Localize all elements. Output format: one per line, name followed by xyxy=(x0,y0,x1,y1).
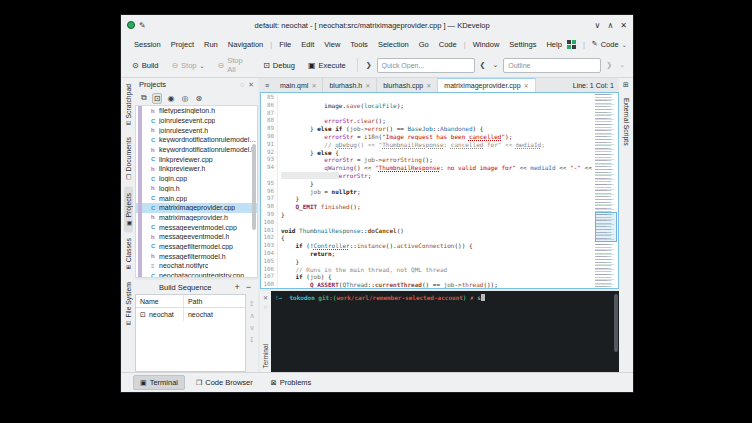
tab-blurhash-cpp[interactable]: blurhash.cpp✕ xyxy=(377,78,438,92)
tree-item-linkpreviewer-h[interactable]: hlinkpreviewer.h xyxy=(136,164,257,174)
tab-close-icon[interactable]: ✕ xyxy=(426,82,431,89)
minimap-viewport[interactable] xyxy=(595,212,617,242)
menu-project[interactable]: Project xyxy=(166,38,199,51)
move-top-button[interactable]: ↥ xyxy=(249,300,255,308)
tree-item-filetypesingleton-h[interactable]: hfiletypesingleton.h xyxy=(136,106,257,116)
outline-input[interactable] xyxy=(503,58,601,73)
panel-detach-icon[interactable]: ◌ xyxy=(240,81,244,88)
move-bottom-button[interactable]: ↧ xyxy=(249,336,255,344)
line-number: 86 xyxy=(261,102,278,110)
execute-button[interactable]: ▣Execute xyxy=(303,58,351,73)
tab-close-icon[interactable]: ✕ xyxy=(311,82,316,89)
sidebar-tab-external-scripts[interactable]: External Scripts xyxy=(622,92,631,152)
stop-all-button[interactable]: ⊖Stop All xyxy=(213,53,256,77)
tree-item-joinrulesevent-h[interactable]: hjoinrulesevent.h xyxy=(136,125,257,135)
menu-session[interactable]: Session xyxy=(129,38,166,51)
terminal-scrollbar[interactable] xyxy=(614,294,618,352)
menu-view[interactable]: View xyxy=(319,38,345,51)
statusbar-toggle-code-browser[interactable]: ❐Code Browser xyxy=(189,375,260,390)
sidebar-tab-classes[interactable]: ⊞Classes xyxy=(124,232,133,275)
move-up-button[interactable]: ∧ xyxy=(249,312,254,320)
tree-item-main-cpp[interactable]: Cmain.cpp xyxy=(136,193,257,203)
line-number: 88 xyxy=(261,117,278,125)
vcs-actions-icon[interactable]: ⧉ xyxy=(139,92,149,104)
tree-item-messageeventmodel-h[interactable]: hmessageeventmodel.h xyxy=(136,232,257,242)
history-forward-icon[interactable]: ❯ xyxy=(604,61,614,69)
code-editor[interactable]: 8586 image.save(localFile);8788 errorStr… xyxy=(260,92,619,289)
remove-build-item-button[interactable]: − xyxy=(243,282,254,292)
menu-edit[interactable]: Edit xyxy=(296,38,319,51)
menu-settings[interactable]: Settings xyxy=(504,38,541,51)
quick-open-input[interactable] xyxy=(377,58,475,73)
menu-selection[interactable]: Selection xyxy=(373,38,414,51)
terminal-settings-icon[interactable]: ◌ xyxy=(264,304,268,310)
build-sequence-row[interactable]: ⊡neochatneochat xyxy=(136,308,245,321)
tree-item-matriximageprovider-cpp[interactable]: Cmatriximageprovider.cpp xyxy=(136,203,257,213)
external-scripts-icon[interactable]: ⊞ xyxy=(623,81,629,89)
menu-help[interactable]: Help xyxy=(541,38,566,51)
add-build-item-button[interactable]: + xyxy=(231,282,242,292)
sidebar-tab-file-system[interactable]: ⊟File System xyxy=(124,276,133,331)
terminal-area[interactable]: !→ tokodon git:(work/carl/remember-selec… xyxy=(271,291,619,372)
tab-blurhash-h[interactable]: blurhash.h✕ xyxy=(323,78,377,92)
sidebar-tab-scratchpad[interactable]: ⊟Scratchpad xyxy=(124,78,133,131)
sidebar-tab-projects[interactable]: ▣Projects xyxy=(124,187,133,233)
area-switcher-icon[interactable] xyxy=(567,40,576,49)
menu-window[interactable]: Window xyxy=(468,38,505,51)
document-list-icon[interactable]: ≡ xyxy=(260,78,274,92)
tree-item-login-h[interactable]: hlogin.h xyxy=(136,184,257,194)
tab-close-icon[interactable]: ✕ xyxy=(524,82,529,89)
tree-item-linkpreviewer-cpp[interactable]: Clinkpreviewer.cpp xyxy=(136,154,257,164)
menu-file[interactable]: File xyxy=(274,38,296,51)
minimize-button[interactable]: ∨ xyxy=(595,21,601,30)
sidebar-tab-documents[interactable]: ❐Documents xyxy=(124,131,133,186)
tree-item-neochataccountregistry-cpp[interactable]: Cneochataccountregistry.cpp xyxy=(136,271,257,278)
maximize-button[interactable]: ∧ xyxy=(607,21,613,30)
project-options-icon[interactable]: ◎ xyxy=(179,93,190,104)
outline-dropdown-icon[interactable]: ⌄ xyxy=(617,61,627,69)
code-text: } else { xyxy=(278,149,339,157)
menu-code[interactable]: Code xyxy=(434,38,462,51)
tree-scrollbar[interactable] xyxy=(252,144,256,230)
title-bar[interactable]: ✎ default: neochat - [ neochat:src/matri… xyxy=(121,15,633,35)
tree-item-messagefiltermodel-h[interactable]: hmessagefiltermodel.h xyxy=(136,251,257,261)
code-text: } xyxy=(278,258,299,266)
toolbar-overflow-icon[interactable]: ❯ xyxy=(364,61,374,69)
tree-item-neochat-notifyrc[interactable]: ≡neochat.notifyrc xyxy=(136,261,257,271)
project-filter-icon[interactable]: ◉ xyxy=(165,93,176,104)
minimap[interactable] xyxy=(595,94,617,287)
history-back-icon[interactable]: ❮ xyxy=(478,61,488,69)
tab-main-qml[interactable]: main.qml✕ xyxy=(274,78,323,92)
locate-current-document-icon[interactable]: ⊡ xyxy=(152,93,163,104)
menu-navigation[interactable]: Navigation xyxy=(223,38,268,51)
statusbar-toggle-problems[interactable]: ⊠Problems xyxy=(264,375,319,390)
tree-item-matriximageprovider-h[interactable]: hmatriximageprovider.h xyxy=(136,213,257,223)
area-selector-button[interactable]: ✎ Code ⌄ xyxy=(592,40,627,49)
terminal-prompt-line: !→ tokodon git:(work/carl/remember-selec… xyxy=(275,294,615,302)
tree-item-joinrulesevent-cpp[interactable]: Cjoinrulesevent.cpp xyxy=(136,116,257,126)
statusbar-toggle-terminal[interactable]: ▣Terminal xyxy=(133,375,185,390)
tree-item-label: messagefiltermodel.h xyxy=(159,253,226,260)
tab-close-icon[interactable]: ✕ xyxy=(365,82,370,89)
terminal-close-icon[interactable]: ✕ xyxy=(263,294,268,301)
history-dropdown-icon[interactable]: ⌄ xyxy=(490,61,500,69)
menu-tools[interactable]: Tools xyxy=(345,38,373,51)
tree-item-login-cpp[interactable]: Clogin.cpp xyxy=(136,174,257,184)
tab-matriximageprovider-cpp[interactable]: matriximageprovider.cpp✕ xyxy=(438,78,535,92)
tree-item-messagefiltermodel-cpp[interactable]: Cmessagefiltermodel.cpp xyxy=(136,242,257,252)
debug-button[interactable]: ⊡Debug xyxy=(258,58,300,73)
menu-go[interactable]: Go xyxy=(414,38,434,51)
tree-item-keywordnotificationrulemodel-cpp[interactable]: Ckeywordnotificationrulemodel.cpp xyxy=(136,135,257,145)
move-down-button[interactable]: ∨ xyxy=(249,324,254,332)
project-reload-icon[interactable]: ⊛ xyxy=(193,93,204,104)
stop-button[interactable]: ⊖Stop⌄ xyxy=(166,58,209,73)
close-button[interactable]: ✕ xyxy=(620,21,627,30)
menu-run[interactable]: Run xyxy=(199,38,223,51)
column-header-path[interactable]: Path xyxy=(184,298,245,305)
panel-close-icon[interactable]: ✕ xyxy=(248,81,254,89)
tree-item-keywordnotificationrulemodel-h[interactable]: hkeywordnotificationrulemodel.h xyxy=(136,145,257,155)
build-button[interactable]: ⊙Build xyxy=(127,58,163,73)
column-header-name[interactable]: Name xyxy=(136,295,184,307)
tree-item-label: login.h xyxy=(159,185,180,192)
tree-item-messageeventmodel-cpp[interactable]: Cmessageeventmodel.cpp xyxy=(136,222,257,232)
